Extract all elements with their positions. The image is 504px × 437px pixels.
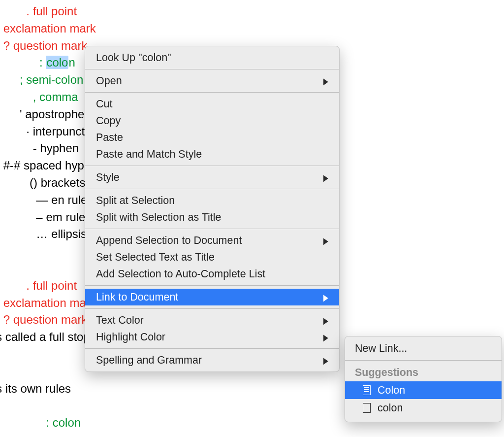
menu-separator [85,92,339,93]
document-icon [363,385,371,395]
menu-label: Link to Document [96,291,323,303]
submenu-suggestions-header: Suggestions [345,364,502,381]
menu-highlight-color[interactable]: Highlight Color ▶ [85,329,339,345]
menu-add-autocomplete[interactable]: Add Selection to Auto-Complete List [85,266,339,282]
menu-split-with-title[interactable]: Split with Selection as Title [85,209,339,226]
submenu-arrow-icon: ▶ [323,315,328,326]
menu-spelling-grammar[interactable]: Spelling and Grammar ▶ [85,352,339,369]
text-line: ! exclamation mark [0,20,504,37]
menu-separator [85,229,339,229]
link-to-document-submenu: New Link... Suggestions Coloncolon [345,336,502,422]
menu-label: Open [96,75,323,87]
text-selection: colo [46,56,68,69]
menu-separator [85,189,339,189]
suggestion-label: Colon [378,384,492,397]
submenu-arrow-icon: ▶ [323,292,328,303]
context-menu: Look Up "colon" Open ▶ Cut Copy Paste Pa… [85,46,340,372]
submenu-arrow-icon: ▶ [323,76,328,86]
menu-label: Append Selection to Document [96,235,323,247]
menu-separator [345,360,502,361]
menu-label: Text Color [96,314,323,327]
submenu-suggestion[interactable]: colon [345,399,502,417]
menu-separator [85,166,339,166]
menu-separator [85,285,339,286]
menu-append-selection[interactable]: Append Selection to Document ▶ [85,232,339,249]
submenu-arrow-icon: ▶ [323,332,328,342]
menu-label: Split with Selection as Title [96,211,328,224]
menu-label: Spelling and Grammar [96,354,323,367]
menu-copy[interactable]: Copy [85,112,339,129]
menu-split-at-selection[interactable]: Split at Selection [85,192,339,209]
menu-label: Set Selected Text as Title [96,251,328,264]
submenu-suggestion[interactable]: Colon [345,381,502,399]
menu-label: Style [96,171,323,184]
document-icon [363,403,371,413]
submenu-new-link[interactable]: New Link... [345,339,502,357]
submenu-header-label: Suggestions [355,367,418,379]
menu-look-up[interactable]: Look Up "colon" [85,49,339,66]
menu-label: Paste and Match Style [96,148,328,161]
menu-label: Paste [96,132,328,144]
menu-label: Look Up "colon" [96,52,328,64]
menu-link-to-document[interactable]: Link to Document ▶ [85,289,339,305]
text-line: . full point [0,3,504,20]
menu-set-title[interactable]: Set Selected Text as Title [85,249,339,266]
menu-label: Highlight Color [96,331,323,343]
menu-cut[interactable]: Cut [85,96,339,112]
menu-open[interactable]: Open ▶ [85,72,339,89]
menu-separator [85,69,339,69]
menu-label: Add Selection to Auto-Complete List [96,268,328,280]
submenu-arrow-icon: ▶ [323,235,328,246]
menu-separator [85,348,339,349]
suggestion-label: colon [378,402,492,414]
menu-label: Copy [96,115,328,127]
menu-separator [85,308,339,309]
submenu-arrow-icon: ▶ [323,172,328,183]
menu-label: Cut [96,98,328,110]
menu-style[interactable]: Style ▶ [85,169,339,186]
menu-paste[interactable]: Paste [85,129,339,146]
menu-text-color[interactable]: Text Color ▶ [85,312,339,329]
submenu-label: New Link... [355,342,492,355]
menu-paste-match-style[interactable]: Paste and Match Style [85,146,339,163]
menu-label: Split at Selection [96,195,328,207]
submenu-arrow-icon: ▶ [323,355,328,366]
